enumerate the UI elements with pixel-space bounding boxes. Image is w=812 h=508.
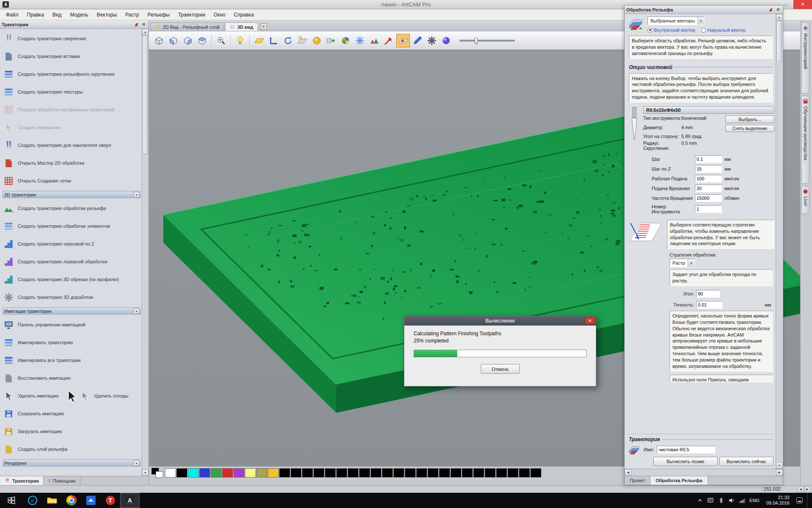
zoom-slider-thumb[interactable] — [475, 38, 478, 44]
palette-swatch[interactable] — [233, 468, 244, 478]
strategy-dropdown[interactable]: Растр ▼ — [669, 259, 695, 267]
list-item[interactable]: Создать траекторию лазерной обработки — [3, 253, 141, 271]
panel-close-icon[interactable]: ✕ — [775, 7, 781, 13]
list-item[interactable]: Сохранить имитацию — [3, 405, 141, 422]
outer-vector-radio[interactable] — [701, 28, 706, 33]
start-button[interactable] — [0, 493, 23, 508]
action-center-icon[interactable] — [707, 497, 713, 504]
scroll-up-icon[interactable]: ▲ — [142, 29, 148, 35]
dropdown-icon[interactable]: ▼ — [688, 259, 694, 267]
tab-3d-view[interactable]: 3D вид — [225, 22, 258, 31]
menu-vectors[interactable]: Векторы — [93, 11, 121, 19]
statusbar-icon[interactable]: ▶ — [804, 486, 810, 492]
light-plane-icon[interactable] — [296, 34, 309, 47]
palette-swatch[interactable] — [165, 468, 176, 478]
list-item[interactable]: Открыть Создание сетки — [3, 172, 141, 190]
palette-swatch[interactable] — [370, 468, 381, 478]
select-tool-button[interactable]: Выбрать... — [725, 116, 774, 123]
list-item[interactable]: Создать траекторию обработки элементов — [3, 217, 141, 235]
palette-swatch[interactable] — [291, 468, 302, 478]
red-arrow-icon[interactable] — [382, 34, 395, 47]
palette-swatch[interactable] — [496, 468, 507, 478]
menu-window[interactable]: Окно — [209, 11, 230, 19]
list-item[interactable]: Создать слой рельефа — [3, 440, 141, 458]
palette-swatch[interactable] — [393, 468, 404, 478]
bluetooth-icon[interactable] — [718, 497, 724, 504]
palette-swatch[interactable] — [508, 468, 518, 478]
list-item[interactable]: Восстановить имитацию — [3, 369, 141, 387]
list-item[interactable]: Создать траекторию вставки — [3, 47, 141, 65]
primary-secondary-color-swatch[interactable] — [151, 468, 163, 478]
cad-app-taskbar-icon[interactable] — [81, 493, 101, 508]
statusbar-icon[interactable]: ◀ — [798, 486, 804, 492]
palette-swatch[interactable] — [450, 468, 461, 478]
step-z-input[interactable] — [695, 165, 722, 173]
palette-swatch[interactable] — [211, 468, 222, 478]
inner-vector-radio[interactable] — [647, 28, 652, 33]
list-item[interactable]: Создать траекторию сверления — [3, 30, 141, 47]
multicolor-icon[interactable] — [339, 34, 352, 47]
rotate-icon[interactable] — [281, 34, 295, 47]
close-button[interactable]: ✕ — [793, 0, 812, 9]
tool-number-input[interactable] — [695, 205, 722, 213]
palette-swatch[interactable] — [473, 468, 484, 478]
scroll-down-icon[interactable]: ▼ — [776, 462, 782, 469]
list-item[interactable]: Создать траекторию текстуры — [3, 83, 141, 101]
palette-swatch[interactable] — [176, 468, 187, 478]
tab-toolpaths[interactable]: Траектории — [0, 476, 44, 485]
tab-live[interactable]: Live! — [801, 186, 809, 214]
palette-swatch[interactable] — [405, 468, 416, 478]
scroll-thumb[interactable] — [143, 36, 148, 154]
calculate-now-button[interactable]: Вычислить сейчас — [719, 457, 774, 466]
list-item[interactable]: Открыть Мастер 2D обработки — [3, 154, 141, 172]
show-desktop-button[interactable] — [807, 493, 810, 508]
list-item[interactable]: Удалить имитацию — [3, 391, 79, 401]
side-view-icon[interactable] — [181, 34, 195, 47]
section-rendering[interactable]: Рендеринг▴ — [3, 459, 141, 467]
zoom-slider[interactable] — [460, 40, 515, 41]
teamviewer-taskbar-icon[interactable]: T — [101, 493, 120, 508]
list-item[interactable]: Создать траекторию для накопителя сверл — [3, 136, 141, 154]
menu-help[interactable]: Справка — [230, 11, 258, 19]
collapse-icon[interactable]: ▴ — [134, 308, 139, 314]
palette-swatch[interactable] — [222, 468, 233, 478]
clock[interactable]: 21:32 09.04.2016 — [764, 495, 792, 506]
vector-select-dropdown[interactable]: Выбранные векторы ▼ — [647, 17, 705, 25]
palette-swatch[interactable] — [256, 468, 267, 478]
palette-swatch[interactable] — [302, 468, 313, 478]
palette-swatch[interactable] — [519, 468, 530, 478]
scroll-left-icon[interactable]: ◀ — [625, 469, 631, 476]
palette-swatch[interactable] — [359, 468, 370, 478]
gold-material-icon[interactable] — [310, 34, 324, 47]
palette-swatch[interactable] — [188, 468, 199, 478]
section-3d-toolpaths[interactable]: 3D траектории▴ — [3, 191, 141, 198]
tolerance-input[interactable] — [696, 301, 722, 309]
dropdown-icon[interactable]: ▼ — [697, 17, 704, 25]
iso-view-icon[interactable] — [152, 34, 166, 47]
tab-tutorials[interactable]: Обучающие руководства — [801, 96, 809, 184]
list-item[interactable]: Панель управления имитацией — [3, 316, 141, 334]
scroll-up-icon[interactable]: ▲ — [776, 14, 782, 20]
simulate-icon[interactable] — [396, 34, 410, 47]
feed-rate-input[interactable] — [695, 175, 722, 182]
deselect-tool-button[interactable]: Снять выделение — [725, 125, 774, 132]
cancel-button[interactable]: Отмена — [481, 364, 520, 374]
step-input[interactable] — [695, 155, 722, 163]
palette-swatch[interactable] — [382, 468, 393, 478]
menu-edit[interactable]: Правка — [23, 11, 49, 19]
export-icon[interactable] — [324, 34, 338, 47]
tray-expand-icon[interactable] — [697, 497, 703, 504]
lamp-icon[interactable] — [233, 34, 247, 47]
explorer-taskbar-icon[interactable] — [42, 493, 62, 508]
language-indicator[interactable]: ENG — [749, 498, 760, 503]
angle-input[interactable] — [696, 290, 720, 298]
list-item[interactable]: Удалить отходы — [79, 391, 129, 401]
menu-file[interactable]: Файл — [2, 11, 23, 19]
front-view-icon[interactable] — [167, 34, 180, 47]
right-scrollbar[interactable]: ▲ ▼ — [776, 14, 782, 469]
scroll-right-icon[interactable]: ▶ — [776, 469, 783, 476]
snowflake-icon[interactable] — [353, 34, 367, 47]
menu-model[interactable]: Модель — [66, 11, 93, 19]
compare-icon[interactable] — [368, 34, 381, 47]
origin-icon[interactable] — [267, 34, 280, 47]
